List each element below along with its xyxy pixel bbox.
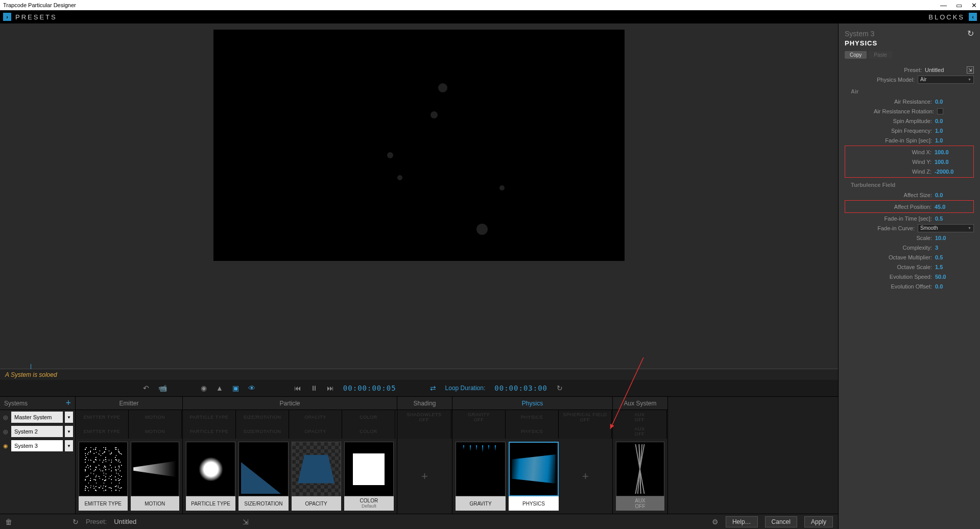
cancel-button[interactable]: Cancel — [765, 516, 797, 527]
system-row-2[interactable]: ◎ System 2 ▼ — [0, 424, 75, 439]
evolution-offset-value[interactable]: 0.0 — [935, 283, 974, 290]
timecode[interactable]: 00:00:00:05 — [343, 384, 396, 392]
ghost-cell: COLOR — [342, 410, 395, 424]
affect-position-value[interactable]: 45.0 — [935, 204, 973, 210]
evolution-speed-value[interactable]: 50.0 — [935, 274, 974, 280]
blocks-collapse-icon[interactable]: ‹ — [969, 13, 977, 21]
pause-icon[interactable]: ⏸ — [310, 384, 318, 392]
preset-value[interactable]: Untitled — [925, 67, 964, 73]
goto-start-icon[interactable]: ⏮ — [294, 384, 301, 392]
air-resistance-rotation-checkbox[interactable] — [937, 108, 943, 114]
wind-z-value[interactable]: -2000.0 — [935, 169, 973, 175]
presets-label[interactable]: PRESETS — [15, 13, 57, 21]
bounds-icon[interactable]: ▣ — [232, 384, 239, 392]
air-resistance-value[interactable]: 0.0 — [935, 99, 974, 105]
save-preset-icon[interactable]: ⇲ — [967, 66, 974, 74]
complexity-value[interactable]: 3 — [935, 245, 974, 251]
system-menu-icon[interactable]: ▼ — [65, 412, 73, 423]
ghost-cell — [559, 424, 612, 439]
tile-aux[interactable]: AUXOFF — [616, 442, 664, 511]
help-button[interactable]: Help… — [726, 516, 758, 527]
trash-icon[interactable]: 🗑 — [5, 518, 12, 526]
maximize-icon[interactable]: ▭ — [956, 2, 962, 9]
tile-motion[interactable]: MOTION — [131, 442, 180, 511]
undo-icon[interactable]: ↶ — [143, 384, 149, 392]
spin-amplitude-value[interactable]: 0.0 — [935, 118, 974, 124]
preset-name[interactable]: Untitled — [114, 518, 136, 525]
affect-size-value[interactable]: 0.0 — [935, 192, 974, 198]
visibility-icon[interactable]: 👁 — [248, 384, 255, 392]
camera-icon[interactable]: 📹 — [158, 384, 167, 392]
goto-end-icon[interactable]: ⏭ — [327, 384, 334, 392]
presets-expand-icon[interactable]: › — [3, 13, 11, 21]
group-aux: Aux System AUXOFF AUXOFF AUXOFF — [613, 397, 668, 514]
save-preset-icon[interactable]: ⇲ — [243, 518, 249, 526]
ghost-cell: SPHERICAL FIELDOFF — [559, 410, 612, 424]
ghost-cell — [397, 424, 451, 439]
system-name[interactable]: System 2 — [11, 426, 63, 437]
add-physics-button[interactable]: + — [562, 442, 609, 511]
apply-button[interactable]: Apply — [804, 516, 833, 527]
copy-button[interactable]: Copy — [845, 51, 867, 59]
ghost-cell: SIZE/ROTATION — [236, 424, 289, 439]
dof-icon[interactable]: ▲ — [216, 384, 223, 392]
close-icon[interactable]: ✕ — [971, 2, 977, 9]
tile-gravity[interactable]: GRAVITY — [456, 442, 506, 511]
system-name[interactable]: Master System — [11, 412, 63, 423]
window-title: Trapcode Particular Designer — [3, 2, 76, 8]
ghost-cell: MOTION — [129, 410, 182, 424]
panel-reset-icon[interactable]: ↻ — [967, 29, 974, 38]
loop-duration-label: Loop Duration: — [445, 384, 486, 392]
preset-label: Preset: — [86, 518, 107, 525]
octave-scale-value[interactable]: 1.5 — [935, 264, 974, 270]
blocks-label[interactable]: BLOCKS — [928, 13, 965, 21]
system-menu-icon[interactable]: ▼ — [65, 440, 73, 451]
group-emitter: Emitter EMITTER TYPE MOTION EMITTER TYPE… — [76, 397, 183, 514]
add-system-button[interactable]: + — [65, 398, 71, 408]
eye-icon[interactable]: ◎ — [2, 428, 9, 435]
tile-particle-type[interactable]: PARTICLE TYPE — [186, 442, 235, 511]
system-name[interactable]: System 3 — [11, 440, 63, 451]
ghost-cell: MOTION — [129, 424, 182, 439]
wind-x-value[interactable]: 100.0 — [935, 149, 973, 155]
reset-icon[interactable]: ↻ — [73, 518, 79, 526]
fade-in-time-label: Fade-in Time [sec]: — [845, 215, 935, 222]
octave-multiplier-value[interactable]: 0.5 — [935, 254, 974, 260]
panel-section-title: PHYSICS — [845, 39, 974, 47]
system-menu-icon[interactable]: ▼ — [65, 426, 73, 437]
tile-color[interactable]: COLORDefault — [344, 442, 394, 511]
wind-y-value[interactable]: 100.0 — [935, 159, 973, 165]
paste-button[interactable]: Paste — [869, 51, 892, 59]
fade-in-curve-dropdown[interactable]: Smooth — [918, 224, 974, 232]
spin-frequency-value[interactable]: 1.0 — [935, 128, 974, 134]
loop-duration-value[interactable]: 00:00:03:00 — [494, 384, 547, 392]
motion-blur-icon[interactable]: ◉ — [201, 384, 207, 392]
tile-opacity[interactable]: OPACITY — [292, 442, 341, 511]
ghost-cell: EMITTER TYPE — [76, 410, 129, 424]
spin-frequency-label: Spin Frequency: — [845, 128, 935, 134]
complexity-label: Complexity: — [845, 245, 935, 251]
wind-z-label: Wind Z: — [845, 169, 935, 175]
scale-value[interactable]: 10.0 — [935, 235, 974, 241]
system-row-3[interactable]: ◉ System 3 ▼ — [0, 439, 75, 453]
ghost-cell: PHYSICS — [506, 424, 559, 439]
solo-eye-icon[interactable]: ◉ — [2, 442, 9, 449]
tile-physics[interactable]: PHYSICS — [509, 442, 559, 511]
reset-loop-icon[interactable]: ↻ — [557, 384, 563, 392]
system-row-master[interactable]: ◎ Master System ▼ — [0, 410, 75, 424]
window-titlebar: Trapcode Particular Designer — ▭ ✕ — [0, 0, 980, 10]
preview-viewport[interactable] — [213, 30, 625, 261]
physics-model-dropdown[interactable]: Air — [918, 76, 974, 84]
highlight-affect-position: Affect Position:45.0 — [845, 200, 974, 213]
fade-in-spin-value[interactable]: 1.0 — [935, 137, 974, 143]
evolution-speed-label: Evolution Speed: — [845, 274, 935, 280]
tile-emitter-type[interactable]: EMITTER TYPE — [79, 442, 128, 511]
minimize-icon[interactable]: — — [940, 2, 947, 9]
fade-in-time-value[interactable]: 0.5 — [935, 215, 974, 222]
loop-icon[interactable]: ⇄ — [430, 384, 436, 392]
tile-size-rotation[interactable]: SIZE/ROTATION — [238, 442, 288, 511]
settings-icon[interactable]: ⚙ — [712, 518, 719, 526]
eye-icon[interactable]: ◎ — [2, 414, 9, 421]
group-header-aux: Aux System — [613, 397, 667, 410]
add-shading-button[interactable]: + — [397, 439, 452, 514]
